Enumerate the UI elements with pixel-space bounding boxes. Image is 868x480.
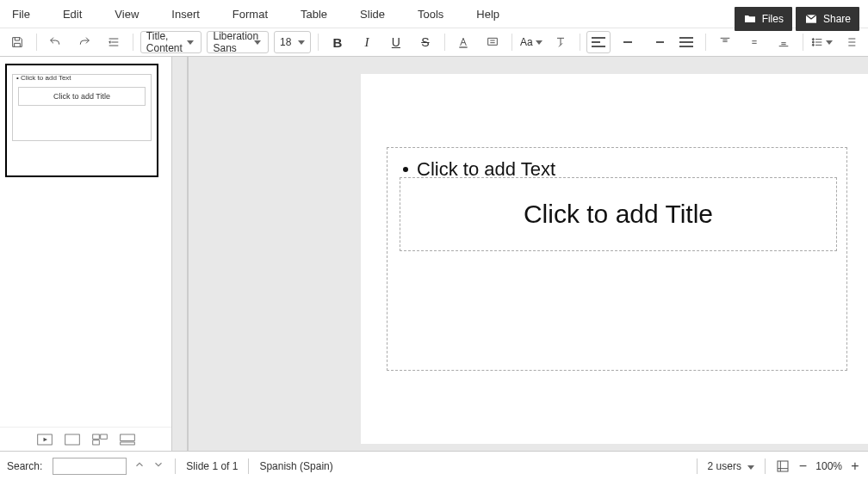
undo-button[interactable]	[43, 31, 67, 53]
font-size-value: 18	[280, 36, 291, 48]
slide-panel: • Click to add Text Click to add Title	[0, 57, 172, 451]
bullet-icon	[403, 167, 408, 172]
outline-view-button[interactable]	[65, 434, 80, 446]
menu-help[interactable]: Help	[469, 4, 506, 24]
menu-insert[interactable]: Insert	[164, 4, 207, 24]
thumb-text-placeholder: • Click to add Text	[16, 74, 71, 82]
save-icon	[10, 35, 24, 49]
svg-rect-0	[460, 46, 468, 47]
zoom-in-button[interactable]: +	[849, 458, 861, 474]
menu-slide[interactable]: Slide	[353, 4, 392, 24]
chevron-down-icon	[536, 40, 542, 45]
align-justify-icon	[679, 37, 693, 47]
chevron-down-icon	[187, 40, 194, 45]
case-button[interactable]: Aa	[519, 31, 543, 53]
italic-button[interactable]: I	[355, 31, 379, 53]
title-placeholder-text: Click to add Title	[524, 200, 713, 229]
files-button[interactable]: Files	[735, 7, 792, 31]
highlight-icon	[486, 35, 499, 49]
case-label: Aa	[520, 36, 533, 48]
svg-rect-6	[65, 434, 79, 445]
slide-canvas[interactable]: Click to add Text Click to add Title	[361, 74, 868, 444]
highlight-button[interactable]	[480, 31, 505, 53]
search-input[interactable]	[53, 458, 127, 475]
users-indicator[interactable]: 2 users	[708, 460, 755, 472]
slide-thumbnail-1[interactable]: • Click to add Text Click to add Title	[5, 64, 158, 177]
thumb-content-box: • Click to add Text Click to add Title	[12, 74, 152, 141]
notes-view-button[interactable]	[120, 434, 135, 446]
align-left-icon	[592, 37, 605, 47]
align-right-button[interactable]	[645, 31, 669, 53]
normal-view-button[interactable]	[37, 434, 53, 446]
svg-rect-9	[92, 440, 99, 444]
bullet-list-icon	[810, 35, 824, 49]
canvas-area[interactable]: Click to add Text Click to add Title	[188, 57, 868, 451]
search-label: Search:	[7, 460, 42, 472]
menu-edit[interactable]: Edit	[56, 4, 89, 24]
search-prev-button[interactable]	[133, 458, 146, 473]
toolbar: Title, Content Liberation Sans 18 B I U …	[0, 28, 868, 57]
align-left-button[interactable]	[586, 31, 611, 53]
more-icon	[844, 35, 858, 49]
outline-icon	[107, 35, 121, 49]
zoom-controls: − 100% +	[776, 458, 861, 474]
svg-rect-11	[120, 442, 134, 445]
save-button[interactable]	[5, 31, 29, 53]
share-label: Share	[823, 13, 851, 25]
font-color-button[interactable]	[451, 31, 475, 53]
bold-button[interactable]: B	[326, 31, 350, 53]
valign-middle-button[interactable]	[742, 31, 766, 53]
zoom-level[interactable]: 100%	[815, 460, 842, 472]
bullet-list-button[interactable]	[809, 31, 834, 53]
separator	[175, 458, 176, 474]
menu-view[interactable]: View	[108, 4, 146, 24]
clear-formatting-button[interactable]	[549, 31, 573, 53]
search-next-button[interactable]	[152, 458, 164, 473]
language-indicator[interactable]: Spanish (Spain)	[259, 460, 332, 472]
strikethrough-button[interactable]: S	[413, 31, 437, 53]
chevron-down-icon	[254, 40, 261, 45]
font-name-dropdown[interactable]: Liberation Sans	[207, 31, 269, 53]
svg-point-2	[812, 41, 814, 43]
files-label: Files	[762, 13, 784, 25]
menu-tools[interactable]: Tools	[411, 4, 450, 24]
status-bar: Search: Slide 1 of 1 Spanish (Spain) 2 u…	[0, 451, 868, 480]
layout-dropdown[interactable]: Title, Content	[140, 31, 202, 53]
share-button[interactable]: Share	[796, 7, 859, 31]
separator	[697, 458, 698, 474]
separator	[765, 458, 766, 474]
align-right-icon	[650, 37, 664, 47]
folder-icon	[743, 12, 757, 26]
font-size-dropdown[interactable]: 18	[274, 31, 311, 53]
svg-point-1	[812, 39, 814, 40]
outline-column	[172, 57, 188, 451]
title-placeholder[interactable]: Click to add Title	[400, 177, 837, 251]
view-mode-buttons	[0, 427, 171, 451]
slide-counter: Slide 1 of 1	[186, 460, 238, 472]
fit-page-button[interactable]	[776, 459, 790, 473]
align-center-icon	[621, 37, 635, 47]
zoom-out-button[interactable]: −	[797, 458, 809, 474]
underline-button[interactable]: U	[384, 31, 408, 53]
separator	[248, 458, 249, 474]
align-center-button[interactable]	[616, 31, 640, 53]
menu-table[interactable]: Table	[294, 4, 334, 24]
valign-bottom-button[interactable]	[772, 31, 796, 53]
menu-file[interactable]: File	[5, 4, 37, 24]
redo-icon	[78, 35, 91, 49]
more-button[interactable]	[839, 31, 863, 53]
sorter-view-button[interactable]	[92, 434, 108, 446]
valign-top-icon	[718, 35, 732, 49]
align-justify-button[interactable]	[674, 31, 698, 53]
undo-icon	[48, 35, 62, 49]
menu-format[interactable]: Format	[226, 4, 275, 24]
outline-toggle-button[interactable]	[102, 31, 126, 53]
redo-button[interactable]	[72, 31, 96, 53]
content-placeholder[interactable]: Click to add Text Click to add Title	[387, 147, 847, 371]
thumbnail-list: • Click to add Text Click to add Title	[0, 57, 171, 427]
svg-rect-10	[120, 434, 134, 441]
chevron-down-icon	[826, 40, 833, 45]
mail-icon	[804, 12, 818, 26]
valign-top-button[interactable]	[713, 31, 737, 53]
svg-rect-7	[92, 434, 99, 439]
